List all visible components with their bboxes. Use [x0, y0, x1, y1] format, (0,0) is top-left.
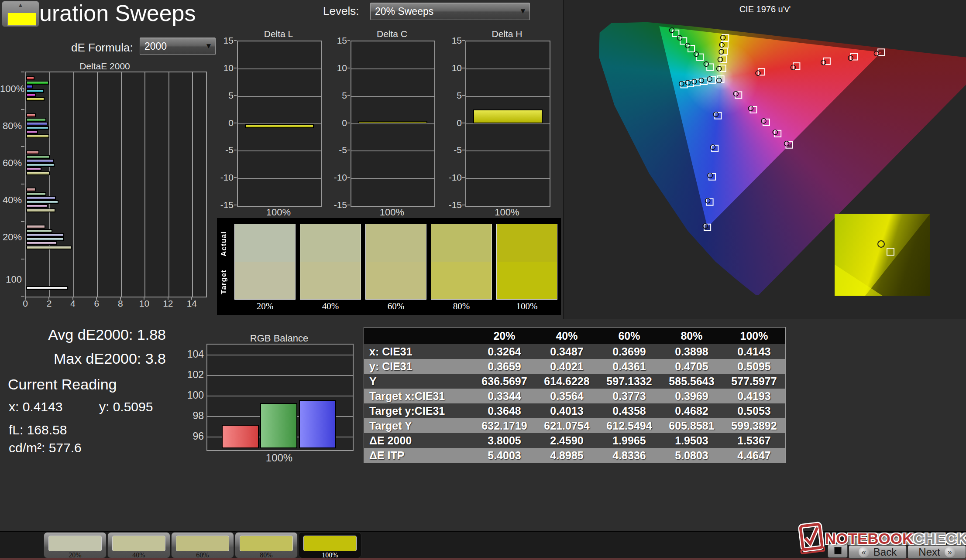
notebookcheck-logo: NOTEBOOK CHECK: [798, 522, 966, 556]
table-row-label: y: CIE31: [364, 360, 473, 373]
delta-h-chart: [465, 41, 550, 207]
delta_l-y-tick: 0: [214, 118, 234, 128]
table-value-cell: 636.5697: [473, 375, 536, 388]
deltae-x-tick: 12: [159, 298, 177, 309]
deltae-bar-100%-Cyan: [26, 89, 44, 93]
deltae-group-label: 40%: [0, 195, 22, 206]
delta_c-y-tick: 0: [328, 118, 347, 128]
table-value-cell: 0.3564: [536, 390, 598, 403]
rgb-bar-red: [222, 425, 259, 448]
logo-text-check: CHECK: [913, 530, 966, 547]
delta_l-y-tick: -15: [214, 200, 234, 210]
delta_c-bar: [358, 121, 427, 123]
deltae-bar-40%-Red: [26, 188, 36, 191]
deltae-x-tick: 6: [88, 298, 105, 309]
delta_c-y-tick: -15: [328, 200, 347, 210]
table-value-cell: 612.5494: [598, 420, 660, 432]
patch-button-60%[interactable]: 60%: [171, 532, 234, 558]
table-value-cell: 5.0803: [660, 449, 723, 462]
cie-measured-marker-yellow: [721, 35, 725, 40]
patch-swatch: [303, 536, 357, 551]
rgb-y-tick: 96: [184, 430, 204, 442]
cie-measured-marker-blue: [708, 173, 712, 178]
arrow-up-icon: ▲: [18, 2, 24, 8]
table-value-cell: 5.4003: [473, 449, 536, 462]
patch-swatch: [48, 536, 102, 551]
deltae-bar-80%-Blue: [26, 122, 48, 126]
table-row-label: Target y:CIE31: [364, 405, 473, 417]
table-row: ΔE ITP5.40034.89854.83365.08034.4647: [364, 448, 785, 463]
levels-dropdown[interactable]: 20% Sweeps ▼: [370, 3, 530, 20]
cie-measured-marker-green: [685, 43, 690, 48]
deltae-chart-title: DeltaE 2000: [52, 61, 157, 72]
cie-measured-marker-red: [756, 71, 760, 75]
patch-swatch: [112, 536, 165, 551]
cie-measured-marker-yellow: [719, 42, 724, 47]
deltae-bar-20%-Yellow: [26, 246, 72, 249]
table-row-label: Y: [364, 375, 473, 388]
actual-swatch-60%: [366, 224, 426, 262]
table-value-cell: 0.4682: [660, 405, 723, 417]
delta_h-bar: [473, 109, 543, 124]
table-value-cell: 621.0754: [536, 420, 598, 432]
delta_h-y-tick: 10: [443, 63, 462, 73]
deltae-bar-40%-Green: [26, 192, 46, 196]
rgb-balance-title: RGB Balance: [206, 333, 352, 344]
de-formula-dropdown[interactable]: 2000 ▼: [140, 38, 216, 55]
table-value-cell: 4.8985: [536, 449, 598, 462]
deltae-bar-40%-Magenta: [26, 204, 48, 208]
table-value-cell: 4.4647: [723, 449, 785, 462]
deltae-x-tick: 8: [112, 298, 129, 309]
table-value-cell: 0.4021: [536, 360, 598, 373]
current-fl-readout: fL: 168.58: [9, 423, 67, 437]
table-col-header: 40%: [536, 330, 598, 342]
deltae-bar-40%-Cyan: [26, 200, 58, 204]
patch-button-20%[interactable]: 20%: [44, 532, 107, 558]
rgb-y-tick: 98: [184, 410, 204, 422]
table-value-cell: 4.8336: [598, 449, 660, 462]
delta_l-y-tick: 5: [214, 90, 234, 101]
delta-l-chart: [237, 41, 322, 207]
cie-measured-marker-white: [717, 78, 722, 83]
actual-swatch-40%: [300, 224, 361, 262]
cie-measured-marker-magenta: [773, 130, 777, 135]
bottom-accent-line: [0, 558, 966, 560]
deltae-x-tick: 0: [17, 298, 34, 309]
sweep-data-table: 20%40%60%80%100%x: CIE310.32640.34870.36…: [364, 327, 786, 463]
table-value-cell: 614.6228: [536, 375, 598, 388]
rgb-bar-blue: [299, 400, 336, 448]
table-value-cell: 577.5977: [723, 375, 785, 388]
patch-swatch: [176, 536, 229, 551]
deltae-group-label: 60%: [0, 157, 22, 169]
patch-button-40%[interactable]: 40%: [107, 532, 170, 558]
cie-measured-marker-green: [677, 35, 682, 40]
table-row: x: CIE310.32640.34870.36990.38980.4143: [364, 344, 785, 359]
target-swatch-20%: [235, 262, 295, 299]
table-value-cell: 0.3487: [536, 345, 598, 358]
table-value-cell: 0.3773: [598, 390, 660, 403]
levels-label: Levels:: [323, 4, 359, 18]
deltae-bar-100%-Magenta: [26, 93, 36, 97]
rgb-balance-chart: [206, 344, 354, 451]
cie-measured-marker-yellow: [717, 66, 722, 71]
rgb-y-tick: 104: [184, 348, 204, 360]
cie-measured-marker-yellow: [719, 49, 724, 54]
patch-button-80%[interactable]: 80%: [235, 532, 298, 558]
cie-measured-marker-blue: [710, 145, 715, 150]
deltae-bar-80%-Green: [26, 118, 46, 122]
deltae-bar-60%-Cyan: [26, 163, 55, 167]
de-formula-label: dE Formula:: [71, 41, 133, 55]
actual-swatch-20%: [235, 224, 295, 262]
table-value-cell: 0.3969: [660, 390, 723, 403]
table-value-cell: 2.4590: [536, 434, 598, 447]
current-x-readout: x: 0.4143: [9, 400, 62, 414]
current-patch-swatch: [7, 13, 36, 26]
swatch-column-40%: [300, 224, 361, 300]
cie-measured-marker-cyan: [707, 77, 712, 82]
patch-button-100%[interactable]: 100%: [299, 532, 361, 558]
table-value-cell: 0.3898: [660, 345, 723, 358]
delta-h-title: Delta H: [465, 29, 549, 39]
current-patch-button[interactable]: ▲: [2, 1, 39, 27]
cie-measured-marker-magenta: [761, 119, 766, 123]
delta_c-y-tick: 5: [328, 90, 347, 101]
